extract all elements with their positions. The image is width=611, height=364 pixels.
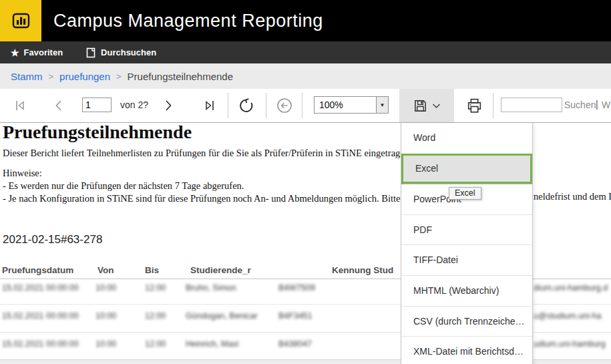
cell-von: 10:00 (95, 311, 116, 321)
toolbar-divider (493, 93, 493, 118)
star-icon: ★ (11, 48, 19, 57)
zoom-value: 100% (315, 100, 376, 110)
export-menu: Word Excel PowerPoint PDF TIFF-Datei MHT… (401, 123, 533, 364)
export-option-pdf[interactable]: PDF (401, 214, 532, 245)
notes-heading: Hinweise: (3, 167, 437, 180)
cell-kennung: B438047 (278, 339, 312, 349)
report-notes: Hinweise: - Es werden nur die Prüfungen … (3, 167, 437, 205)
search-link[interactable]: Suchen (564, 100, 596, 110)
chevron-left-icon (52, 98, 65, 113)
first-page-button[interactable] (11, 96, 29, 116)
export-option-excel[interactable]: Excel (401, 154, 532, 184)
navbar: ★ Favoriten Durchsuchen (0, 41, 611, 63)
report-viewer: Campus Management Reporting ★ Favoriten … (0, 0, 611, 364)
favorites-label: Favoriten (24, 47, 63, 57)
cell-email: udium.uni-hamburg (534, 339, 610, 349)
last-page-button[interactable] (200, 96, 219, 116)
breadcrumb-separator: > (49, 71, 54, 81)
col-header-studierende: Studierende_r (190, 265, 251, 275)
exam-group-title: 2021-02-15#63-278 (3, 233, 102, 246)
cell-datum: 15.02.2021 00:00:00 (2, 311, 79, 321)
col-header-pruefungsdatum: Pruefungsdatum (2, 265, 73, 275)
cell-datum: 15.02.2021 00:00:00 (2, 339, 79, 349)
chevron-down-icon (432, 103, 441, 109)
save-floppy-icon (413, 98, 428, 114)
report-toolbar: von 2? 100% (0, 89, 611, 123)
export-option-word[interactable]: Word (401, 123, 532, 154)
browse-icon (85, 47, 96, 59)
cell-name: Gündogan, Benicar (186, 311, 258, 321)
breadcrumb: Stamm > pruefungen > Pruefungsteilnehmen… (0, 63, 611, 89)
breadcrumb-separator: > (116, 71, 122, 81)
page-number-input[interactable] (82, 98, 112, 112)
export-option-mhtml[interactable]: MHTML (Webarchiv) (401, 275, 532, 306)
refresh-icon (238, 97, 256, 114)
app-title: Campus Management Reporting (53, 0, 323, 41)
cell-von: 10:00 (95, 283, 116, 293)
cell-bis: 12:00 (145, 311, 166, 321)
col-header-bis: Bis (145, 265, 159, 275)
cell-kennung: B4W7509 (278, 283, 315, 293)
browse-label: Durchsuchen (101, 47, 156, 57)
cell-email: u@studium.uni-ha (534, 311, 610, 321)
last-page-icon (202, 98, 218, 114)
cell-email: dium.uni-hamburg.d (534, 283, 610, 293)
note-line-1: - Es werden nur die Prüfungen der nächst… (3, 180, 437, 192)
chevron-right-icon (162, 98, 175, 113)
powerbi-logo[interactable] (0, 0, 41, 41)
back-arrow-circle-icon (275, 96, 294, 115)
zoom-select[interactable]: 100% ▼ (314, 96, 389, 114)
toolbar-divider (228, 93, 228, 118)
search-divider: | (596, 99, 598, 110)
cell-bis: 12:00 (145, 339, 166, 349)
breadcrumb-current: Pruefungsteilnehmende (128, 71, 233, 82)
cell-datum: 15.02.2021 00:00:00 (2, 283, 79, 293)
cell-von: 10:00 (95, 339, 116, 349)
refresh-button[interactable] (236, 94, 258, 117)
printer-icon (465, 97, 483, 115)
print-button[interactable] (459, 95, 489, 116)
next-page-button[interactable] (160, 96, 176, 116)
back-to-parent-button[interactable] (274, 95, 295, 116)
zoom-dropdown-button[interactable]: ▼ (376, 97, 388, 113)
toolbar-divider (266, 93, 266, 118)
note-line-2: - Je nach Konfiguration in STiNE sind fü… (3, 192, 437, 205)
toolbar-divider (302, 93, 302, 118)
cell-bis: 12:00 (145, 283, 166, 293)
titlebar: Campus Management Reporting (0, 0, 611, 41)
breadcrumb-link-pruefungen[interactable]: pruefungen (59, 71, 110, 82)
col-header-von: Von (97, 265, 114, 275)
export-option-xml[interactable]: XML-Datei mit Berichtsd… (401, 336, 532, 364)
breadcrumb-link-stamm[interactable]: Stamm (11, 71, 43, 82)
search-input[interactable] (501, 98, 562, 112)
report-intro: Dieser Bericht liefert Teilnehmerlisten … (3, 148, 430, 159)
report-title: Pruefungsteilnehmende (3, 122, 192, 143)
export-option-csv[interactable]: CSV (durch Trennzeiche… (401, 306, 532, 337)
cell-name: Bruhn, Simon (186, 283, 236, 293)
search-next-link[interactable]: W (602, 100, 610, 110)
col-header-kennung: Kennung Stud (332, 265, 393, 275)
excel-tooltip: Excel (449, 187, 481, 200)
export-button[interactable] (399, 89, 454, 122)
cell-name: Heinrich, Maxi (186, 339, 238, 349)
first-page-icon (12, 98, 28, 114)
note-line-2-right-fragment: neldefrist und dem Lis (534, 191, 611, 202)
browse-nav[interactable]: Durchsuchen (85, 47, 156, 59)
previous-page-button[interactable] (51, 96, 67, 116)
bar-chart-icon (9, 9, 33, 33)
page-count-label: von 2? (120, 100, 148, 110)
export-option-tiff[interactable]: TIFF-Datei (401, 244, 532, 275)
cell-kennung: B4F3451 (278, 311, 313, 321)
favorites-nav[interactable]: ★ Favoriten (11, 47, 63, 57)
